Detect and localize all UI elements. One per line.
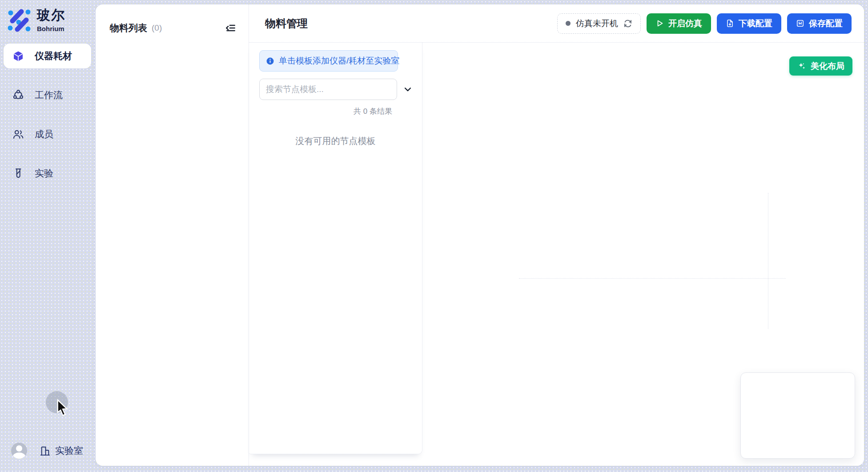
- play-icon: [655, 19, 664, 28]
- brand-text: 玻尔 Bohrium: [37, 6, 65, 32]
- test-tube-icon: [12, 168, 24, 179]
- collapse-panel-icon[interactable]: [224, 21, 237, 35]
- beautify-layout-label: 美化布局: [811, 60, 844, 72]
- main-window: 物料列表 (0) 物料管理 仿真未开机: [96, 4, 864, 466]
- materials-list-panel: 物料列表 (0): [96, 4, 249, 466]
- save-icon: [796, 19, 804, 28]
- sidebar-item-instruments[interactable]: 仪器耗材: [4, 44, 91, 68]
- canvas-guide-horizontal: [519, 278, 786, 279]
- sidebar: 玻尔 Bohrium 仪器耗材: [0, 0, 96, 472]
- save-config-button[interactable]: 保存配置: [787, 13, 852, 34]
- click-indicator: [46, 391, 68, 413]
- building-icon: [40, 445, 51, 456]
- brand-name-en: Bohrium: [37, 25, 65, 32]
- sidebar-item-label: 仪器耗材: [35, 50, 72, 62]
- info-icon: [266, 57, 274, 65]
- workflow-icon: [12, 89, 24, 101]
- canvas-guide-vertical: [768, 193, 768, 329]
- sidebar-item-workflow[interactable]: 工作流: [0, 83, 96, 108]
- page-title: 物料管理: [265, 16, 308, 31]
- sidebar-nav: 仪器耗材 工作流: [0, 44, 96, 186]
- save-config-label: 保存配置: [809, 18, 843, 29]
- status-dot-icon: [566, 21, 571, 26]
- template-empty-message: 没有可用的节点模板: [249, 135, 422, 147]
- canvas-minimap[interactable]: [740, 372, 855, 459]
- materials-list-title: 物料列表: [110, 22, 147, 34]
- header-actions: 仿真未开机: [557, 13, 852, 34]
- template-result-count: 共 0 条结果: [249, 106, 392, 116]
- sidebar-item-members[interactable]: 成员: [0, 122, 96, 147]
- lab-entry[interactable]: 实验室: [40, 444, 83, 457]
- sidebar-item-label: 成员: [35, 128, 53, 140]
- simulation-status-label: 仿真未开机: [576, 18, 618, 29]
- template-hint-text: 单击模板添加仪器/耗材至实验室: [279, 55, 399, 67]
- lab-entry-label: 实验室: [55, 444, 83, 457]
- chevron-down-icon[interactable]: [403, 84, 413, 94]
- brand: 玻尔 Bohrium: [7, 6, 65, 32]
- sidebar-bottom: 实验室: [0, 443, 96, 459]
- download-config-label: 下载配置: [739, 18, 772, 29]
- start-simulation-button[interactable]: 开启仿真: [647, 13, 711, 34]
- beautify-layout-button[interactable]: 美化布局: [789, 56, 852, 76]
- sidebar-item-experiment[interactable]: 实验: [0, 161, 96, 186]
- template-search-input[interactable]: [259, 79, 397, 100]
- sidebar-item-label: 工作流: [35, 89, 63, 101]
- download-config-button[interactable]: 下载配置: [717, 13, 781, 34]
- brand-name-zh: 玻尔: [37, 6, 65, 24]
- sidebar-item-label: 实验: [35, 167, 53, 180]
- simulation-status-pill[interactable]: 仿真未开机: [557, 13, 641, 34]
- avatar[interactable]: [11, 443, 27, 459]
- users-icon: [12, 128, 24, 140]
- main-header: 物料管理 仿真未开机: [249, 4, 864, 43]
- bohrium-logo-icon: [7, 7, 32, 32]
- file-download-icon: [726, 19, 734, 28]
- app-root: 玻尔 Bohrium 仪器耗材: [0, 0, 868, 472]
- refresh-icon[interactable]: [623, 19, 632, 28]
- materials-list-header: 物料列表 (0): [96, 4, 249, 35]
- template-search-row: [259, 79, 422, 100]
- template-hint-banner: 单击模板添加仪器/耗材至实验室: [259, 50, 398, 72]
- sparkles-icon: [797, 62, 806, 71]
- cube-icon: [12, 50, 24, 62]
- start-simulation-label: 开启仿真: [668, 18, 702, 29]
- materials-list-count: (0): [152, 23, 162, 33]
- node-template-panel: 单击模板添加仪器/耗材至实验室 共 0 条结果 没有可用的节点模板: [249, 43, 422, 454]
